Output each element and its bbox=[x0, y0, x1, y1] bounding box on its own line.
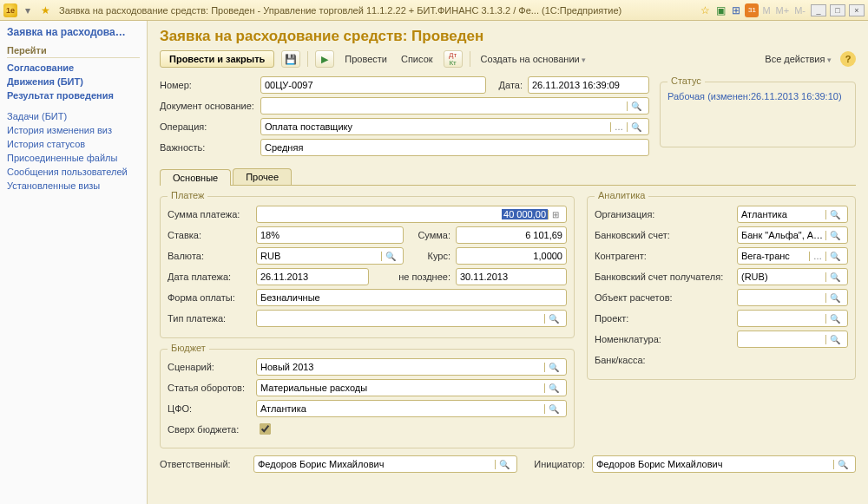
operation-input[interactable]: Оплата поставщику…🔍 bbox=[260, 118, 649, 135]
turnover-input[interactable]: Материальные расходы🔍 bbox=[256, 379, 567, 396]
pay-type-input[interactable]: 🔍 bbox=[256, 310, 567, 327]
memory-m[interactable]: M bbox=[760, 5, 772, 16]
calc-obj-lookup-icon[interactable]: 🔍 bbox=[825, 293, 844, 303]
payment-legend: Платеж bbox=[168, 190, 207, 200]
operation-lookup-icon[interactable]: 🔍 bbox=[627, 122, 645, 132]
status-legend: Статус bbox=[667, 75, 705, 86]
calc-obj-label: Объект расчетов: bbox=[595, 292, 732, 303]
help-button[interactable]: ? bbox=[840, 51, 856, 67]
project-input[interactable]: 🔍 bbox=[737, 310, 848, 327]
pay-date-label: Дата платежа: bbox=[168, 272, 251, 282]
dt-kt-icon[interactable]: ДтКт bbox=[444, 50, 463, 68]
course-input[interactable]: 1,0000 bbox=[456, 247, 567, 265]
pay-date-input[interactable]: 26.11.2013 bbox=[256, 268, 369, 285]
recv-bank-input[interactable]: (RUB)🔍 bbox=[737, 268, 848, 285]
doc-base-lookup-icon[interactable]: 🔍 bbox=[627, 101, 645, 111]
sum-label: Сумма: bbox=[409, 230, 450, 240]
cfo-lookup-icon[interactable]: 🔍 bbox=[544, 404, 562, 414]
importance-input[interactable]: Средняя bbox=[260, 139, 649, 156]
status-text[interactable]: Рабочая (изменен:26.11.2013 16:39:10) bbox=[667, 91, 848, 101]
maximize-button[interactable]: □ bbox=[830, 4, 845, 16]
rate-input[interactable]: 18% bbox=[256, 226, 404, 244]
project-lookup-icon[interactable]: 🔍 bbox=[825, 314, 844, 324]
org-lookup-icon[interactable]: 🔍 bbox=[825, 210, 844, 219]
favorites-icon[interactable]: ★ bbox=[38, 3, 52, 17]
page-title: Заявка на расходование средств: Проведен bbox=[160, 28, 856, 45]
sidebar-link-user-messages[interactable]: Сообщения пользователей bbox=[7, 165, 140, 179]
history-dropdown[interactable]: ▾ bbox=[21, 3, 35, 17]
operation-select-icon[interactable]: … bbox=[610, 122, 627, 132]
scenario-lookup-icon[interactable]: 🔍 bbox=[544, 363, 562, 372]
recv-bank-lookup-icon[interactable]: 🔍 bbox=[825, 272, 844, 282]
contragent-lookup-icon[interactable]: 🔍 bbox=[825, 252, 844, 261]
cfo-input[interactable]: Атлантика🔍 bbox=[256, 400, 567, 417]
contragent-select-icon[interactable]: … bbox=[809, 252, 825, 261]
sidebar-link-post-result[interactable]: Результат проведения bbox=[7, 88, 140, 102]
scenario-input[interactable]: Новый 2013🔍 bbox=[256, 358, 567, 376]
nomenclature-input[interactable]: 🔍 bbox=[737, 331, 848, 348]
sidebar-link-attachments[interactable]: Присоединенные файлы bbox=[7, 151, 140, 165]
over-budget-checkbox[interactable] bbox=[260, 423, 271, 435]
bank-acc-label: Банковский счет: bbox=[595, 230, 732, 240]
tab-other[interactable]: Прочее bbox=[233, 168, 292, 185]
calc-obj-input[interactable]: 🔍 bbox=[737, 289, 848, 306]
analytics-legend: Аналитика bbox=[595, 190, 648, 200]
app-logo: 1e bbox=[3, 3, 17, 17]
memory-m-plus[interactable]: M+ bbox=[774, 5, 792, 16]
currency-input[interactable]: RUB🔍 bbox=[256, 247, 404, 265]
minimize-button[interactable]: _ bbox=[811, 4, 826, 16]
sidebar-link-tasks[interactable]: Задачи (БИТ) bbox=[7, 109, 140, 123]
nomenclature-lookup-icon[interactable]: 🔍 bbox=[825, 335, 844, 344]
initiator-lookup-icon[interactable]: 🔍 bbox=[833, 460, 852, 469]
window-title: Заявка на расходование средств: Проведен… bbox=[59, 5, 694, 16]
date-label: Дата: bbox=[491, 80, 523, 90]
due-input[interactable]: 30.11.2013 bbox=[456, 268, 567, 285]
list-link[interactable]: Список bbox=[398, 52, 437, 66]
rate-label: Ставка: bbox=[168, 230, 251, 240]
doc-base-input[interactable]: 🔍 bbox=[260, 97, 649, 115]
bank-acc-lookup-icon[interactable]: 🔍 bbox=[825, 231, 844, 240]
sidebar-link-set-visas[interactable]: Установленные визы bbox=[7, 179, 140, 193]
calendar-icon[interactable]: 31 bbox=[745, 3, 759, 17]
link-icon[interactable]: ▣ bbox=[713, 3, 727, 17]
amount-calc-icon[interactable]: ⊞ bbox=[548, 210, 562, 219]
responsible-lookup-icon[interactable]: 🔍 bbox=[495, 460, 513, 469]
all-actions-dropdown[interactable]: Все действия bbox=[761, 52, 835, 66]
number-input[interactable]: 00ЦУ-0097 bbox=[260, 76, 486, 94]
create-based-dropdown[interactable]: Создать на основании bbox=[477, 52, 590, 66]
pay-form-input[interactable]: Безналичные bbox=[256, 289, 567, 306]
contragent-input[interactable]: Вега-транс…🔍 bbox=[737, 247, 848, 265]
sidebar-link-movements[interactable]: Движения (БИТ) bbox=[7, 75, 140, 88]
post-link[interactable]: Провести bbox=[341, 52, 391, 66]
titlebar: 1e ▾ ★ Заявка на расходование средств: П… bbox=[0, 0, 868, 21]
sidebar-link-approval[interactable]: Согласование bbox=[7, 61, 140, 75]
currency-label: Валюта: bbox=[168, 251, 251, 261]
calc-icon[interactable]: ⊞ bbox=[729, 3, 743, 17]
save-icon[interactable]: 💾 bbox=[281, 50, 300, 68]
tab-main[interactable]: Основные bbox=[160, 169, 231, 186]
responsible-input[interactable]: Федоров Борис Михайлович🔍 bbox=[253, 455, 517, 473]
memory-m-minus[interactable]: M- bbox=[792, 5, 807, 16]
pay-type-lookup-icon[interactable]: 🔍 bbox=[544, 314, 562, 324]
tabs: Основные Прочее bbox=[160, 168, 856, 186]
analytics-group: Аналитика Организация: Атлантика🔍 Банков… bbox=[587, 196, 856, 380]
sidebar-link-status-history[interactable]: История статусов bbox=[7, 137, 140, 151]
turnover-lookup-icon[interactable]: 🔍 bbox=[544, 383, 562, 393]
payment-group: Платеж Сумма платежа: 40 000,00⊞ Ставка:… bbox=[160, 196, 575, 338]
sum-input[interactable]: 6 101,69 bbox=[456, 226, 567, 244]
project-label: Проект: bbox=[595, 313, 732, 324]
post-icon[interactable]: ▶ bbox=[315, 50, 334, 68]
favorite-toggle-icon[interactable]: ☆ bbox=[698, 3, 712, 17]
date-input[interactable]: 26.11.2013 16:39:09 bbox=[528, 76, 649, 94]
bank-acc-input[interactable]: Банк "Альфа", Атлантика🔍 bbox=[737, 226, 848, 244]
close-button[interactable]: × bbox=[849, 4, 865, 16]
initiator-input[interactable]: Федоров Борис Михайлович🔍 bbox=[592, 455, 856, 473]
post-and-close-button[interactable]: Провести и закрыть bbox=[160, 50, 274, 68]
amount-input[interactable]: 40 000,00⊞ bbox=[256, 206, 567, 223]
org-input[interactable]: Атлантика🔍 bbox=[737, 206, 848, 223]
currency-lookup-icon[interactable]: 🔍 bbox=[381, 252, 399, 261]
scenario-label: Сценарий: bbox=[168, 362, 251, 372]
sidebar-link-visa-history[interactable]: История изменения виз bbox=[7, 123, 140, 137]
toolbar: Провести и закрыть 💾 ▶ Провести Список Д… bbox=[160, 50, 856, 68]
cfo-label: ЦФО: bbox=[168, 403, 251, 414]
